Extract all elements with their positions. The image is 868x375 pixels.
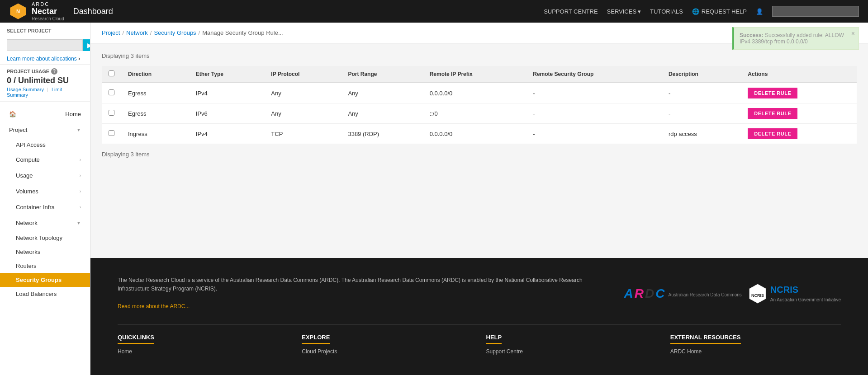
ardc-logo: A R D C Australian Research Data Commons xyxy=(624,286,742,301)
sidebar-item-network[interactable]: Network ▼ xyxy=(0,215,90,231)
sidebar-item-network-topology[interactable]: Network Topology xyxy=(0,231,90,245)
delete-rule-button-1[interactable]: DELETE RULE xyxy=(748,108,797,119)
learn-more-allocations-link[interactable]: Learn more about allocations xyxy=(7,56,77,62)
breadcrumb-security-groups[interactable]: Security Groups xyxy=(154,29,196,36)
cell-ether-type-1: IPv6 xyxy=(189,103,264,124)
cell-remote-ip-0: 0.0.0.0/0 xyxy=(423,83,526,103)
col-ip-protocol: IP Protocol xyxy=(264,66,341,83)
security-rules-table: Direction Ether Type IP Protocol Port Ra… xyxy=(102,66,857,144)
sidebar-item-load-balancers[interactable]: Load Balancers xyxy=(0,287,90,301)
breadcrumb-network[interactable]: Network xyxy=(126,29,148,36)
ardc-letters: A R D C xyxy=(624,286,665,301)
cell-remote-ip-1: ::/0 xyxy=(423,103,526,124)
cell-direction-0: Egress xyxy=(121,83,189,103)
row-checkbox-2[interactable] xyxy=(109,130,114,136)
brand-name: ARDC Nectar Research Cloud xyxy=(32,1,64,21)
cell-port-range-2: 3389 (RDP) xyxy=(341,124,422,144)
logo-area[interactable]: N ARDC Nectar Research Cloud xyxy=(9,1,64,21)
allocation-link: Learn more about allocations › xyxy=(0,53,90,64)
table-header: Direction Ether Type IP Protocol Port Ra… xyxy=(102,66,857,83)
request-help-link[interactable]: 🌐 REQUEST HELP xyxy=(692,8,747,15)
footer-quicklinks: QUICKLINKS Home xyxy=(118,334,288,357)
sidebar-item-security-groups[interactable]: Security Groups xyxy=(0,273,90,287)
footer-help: HELP Support Centre xyxy=(486,334,657,357)
cell-ip-protocol-1: Any xyxy=(264,103,341,124)
row-checkbox-0[interactable] xyxy=(109,89,114,95)
sidebar-item-project[interactable]: Project ▼ xyxy=(0,122,90,138)
user-dropdown[interactable] xyxy=(772,6,859,17)
cell-remote-sg-1: - xyxy=(526,103,662,124)
breadcrumb-sep-3: / xyxy=(199,29,200,36)
services-chevron-icon: ▾ xyxy=(638,8,641,15)
sidebar-item-networks[interactable]: Networks xyxy=(0,245,90,259)
project-select-button[interactable]: ▶ xyxy=(83,39,90,51)
project-input[interactable] xyxy=(7,39,83,51)
top-navigation: N ARDC Nectar Research Cloud Dashboard S… xyxy=(0,0,868,23)
footer-read-more-link[interactable]: Read more about the ARDC... xyxy=(118,303,190,309)
sidebar-project-label: Project xyxy=(9,127,27,133)
col-direction: Direction xyxy=(121,66,189,83)
sidebar-item-usage[interactable]: Usage › xyxy=(0,168,90,183)
cell-ether-type-0: IPv4 xyxy=(189,83,264,103)
top-nav-links: SUPPORT CENTRE SERVICES ▾ TUTORIALS 🌐 RE… xyxy=(544,6,859,17)
project-chevron-icon: ▼ xyxy=(76,127,81,132)
cell-ip-protocol-2: TCP xyxy=(264,124,341,144)
col-checkbox xyxy=(102,66,121,83)
footer-quicklinks-home[interactable]: Home xyxy=(118,348,288,355)
cell-ether-type-2: IPv4 xyxy=(189,124,264,144)
services-link[interactable]: SERVICES ▾ xyxy=(607,8,641,15)
cell-direction-1: Egress xyxy=(121,103,189,124)
footer: The Nectar Research Cloud is a service o… xyxy=(90,258,868,375)
home-icon: 🏠 xyxy=(9,111,16,117)
cell-ip-protocol-0: Any xyxy=(264,83,341,103)
usage-info-icon[interactable]: ? xyxy=(51,68,57,75)
svg-text:NCRIS: NCRIS xyxy=(751,293,764,298)
toast-label: Success: xyxy=(740,32,764,38)
main-content: Project / Network / Security Groups / Ma… xyxy=(90,23,868,375)
container-chevron-icon: › xyxy=(80,205,81,210)
footer-description: The Nectar Research Cloud is a service o… xyxy=(118,276,606,311)
displaying-count-bottom: Displaying 3 items xyxy=(102,151,857,158)
breadcrumb: Project / Network / Security Groups / Ma… xyxy=(90,23,868,43)
col-remote-ip-prefix: Remote IP Prefix xyxy=(423,66,526,83)
select-all-checkbox[interactable] xyxy=(109,70,114,76)
usage-chevron-icon: › xyxy=(80,173,81,178)
sidebar: SELECT PROJECT ▶ Learn more about alloca… xyxy=(0,23,90,375)
select-project-label: SELECT PROJECT xyxy=(0,23,90,37)
sidebar-item-routers[interactable]: Routers xyxy=(0,259,90,273)
tutorials-link[interactable]: TUTORIALS xyxy=(650,8,683,15)
app-title: Dashboard xyxy=(73,7,113,16)
breadcrumb-project[interactable]: Project xyxy=(102,29,120,36)
table-body: Egress IPv4 Any Any 0.0.0.0/0 - - DELETE… xyxy=(102,83,857,144)
content-area: Displaying 3 items Direction Ether Type … xyxy=(90,43,868,258)
sidebar-item-home[interactable]: 🏠 Home xyxy=(0,106,90,122)
table-row: Egress IPv4 Any Any 0.0.0.0/0 - - DELETE… xyxy=(102,83,857,103)
sidebar-nav: 🏠 Home Project ▼ API Access Compute › Us… xyxy=(0,102,90,305)
usage-links: Usage Summary | Limit Summary xyxy=(7,87,83,98)
footer-support-centre[interactable]: Support Centre xyxy=(486,348,657,355)
row-checkbox-1[interactable] xyxy=(109,110,114,116)
sidebar-item-volumes[interactable]: Volumes › xyxy=(0,183,90,199)
sidebar-item-container-infra[interactable]: Container Infra › xyxy=(0,199,90,215)
sidebar-item-compute[interactable]: Compute › xyxy=(0,152,90,168)
toast-close-button[interactable]: × xyxy=(851,30,855,37)
ncris-logo: NCRIS NCRIS An Australian Government Ini… xyxy=(749,283,841,304)
footer-explore: EXPLORE Cloud Projects xyxy=(302,334,472,357)
delete-rule-button-0[interactable]: DELETE RULE xyxy=(748,88,797,98)
success-toast: Success: Successfully added rule: ALLOW … xyxy=(732,27,859,50)
cell-direction-2: Ingress xyxy=(121,124,189,144)
sidebar-item-api-access[interactable]: API Access xyxy=(0,138,90,152)
usage-summary-link[interactable]: Usage Summary xyxy=(7,87,44,92)
ardc-caption-area: Australian Research Data Commons xyxy=(669,290,742,297)
delete-rule-button-2[interactable]: DELETE RULE xyxy=(748,128,797,139)
compute-chevron-icon: › xyxy=(80,157,81,162)
cell-remote-sg-0: - xyxy=(526,83,662,103)
cell-remote-sg-2: - xyxy=(526,124,662,144)
cell-description-2: rdp access xyxy=(662,124,741,144)
footer-ardc-link[interactable]: ARDC Home xyxy=(670,348,841,355)
cell-remote-ip-2: 0.0.0.0/0 xyxy=(423,124,526,144)
support-centre-link[interactable]: SUPPORT CENTRE xyxy=(544,8,598,15)
footer-sections: QUICKLINKS Home EXPLORE Cloud Projects H… xyxy=(118,324,841,357)
footer-cloud-projects[interactable]: Cloud Projects xyxy=(302,348,472,355)
user-icon: 👤 xyxy=(756,8,763,15)
